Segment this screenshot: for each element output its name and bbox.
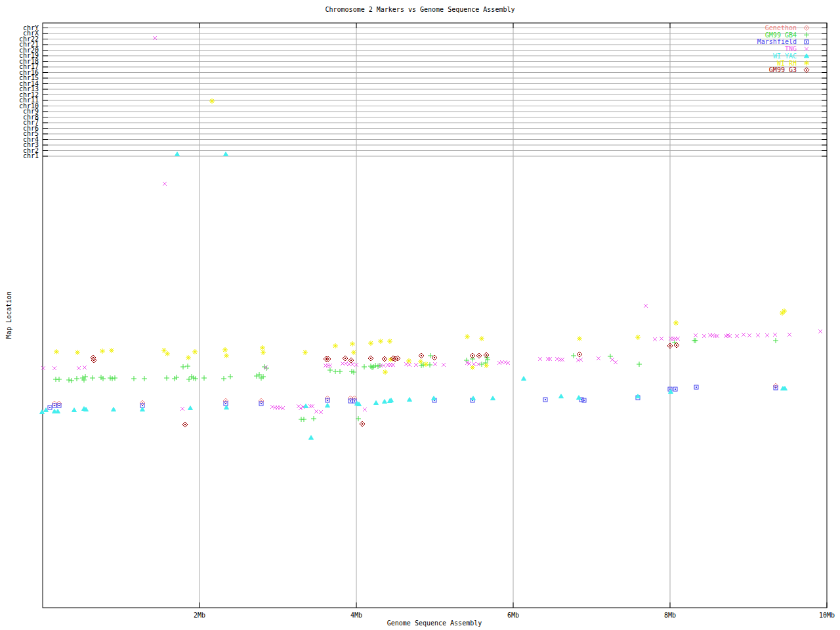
data-point [54, 405, 55, 406]
data-point [472, 355, 473, 356]
chart-canvas: Chromosome 2 Markers vs Genome Sequence … [0, 0, 840, 630]
data-point [397, 358, 398, 359]
data-point [112, 408, 116, 411]
data-point [327, 400, 328, 401]
data-point [142, 405, 143, 406]
legend-label: Genethon [765, 24, 797, 32]
plot-area: chrYchrXchr22chr21chr20chr19chr18chr17ch… [0, 0, 840, 630]
data-point [354, 400, 355, 402]
plot-frame [43, 23, 827, 608]
data-point [522, 377, 526, 381]
data-point [188, 406, 193, 410]
data-point [583, 400, 585, 401]
x-tick-label: 6Mb [507, 612, 519, 619]
x-tick-label: 8Mb [664, 612, 676, 619]
data-point [93, 360, 94, 361]
legend-label: GM99 G3 [769, 66, 797, 74]
data-point [44, 408, 49, 412]
data-point [350, 400, 351, 402]
data-point [58, 405, 60, 406]
data-point [486, 354, 487, 356]
data-point [669, 345, 671, 346]
legend-label: TNG [785, 45, 797, 52]
data-point [261, 403, 262, 404]
data-point [184, 424, 186, 425]
data-point [370, 358, 371, 359]
data-point [374, 401, 379, 405]
data-point [350, 360, 352, 361]
x-tick-label: 4Mb [350, 612, 362, 619]
data-point [408, 398, 412, 402]
data-point [224, 152, 228, 156]
data-point [383, 400, 387, 404]
data-point [491, 396, 495, 400]
legend-marker [806, 41, 807, 43]
data-point [384, 358, 385, 360]
data-point [345, 358, 346, 359]
legend-label: Marshfield [757, 38, 797, 45]
data-point [175, 152, 180, 156]
x-tick-label: 10Mb [819, 612, 835, 619]
data-point [309, 436, 314, 440]
data-point [362, 423, 363, 425]
data-point [676, 345, 677, 346]
data-point [675, 388, 676, 390]
data-point [775, 387, 776, 388]
data-point [326, 404, 330, 408]
data-point [225, 403, 226, 404]
legend-marker [806, 28, 807, 29]
data-point [478, 355, 480, 356]
data-point [72, 408, 77, 412]
data-point [56, 410, 60, 413]
legend-label: WI RH [777, 60, 797, 67]
legend-label: WI YAC [773, 52, 797, 60]
data-point [421, 355, 422, 356]
x-tick-label: 2Mb [194, 612, 205, 619]
data-point [49, 407, 51, 408]
data-point [434, 357, 435, 358]
data-point [327, 358, 329, 360]
data-point [579, 354, 580, 355]
legend-label: GM99 GB4 [765, 32, 797, 39]
data-point [545, 399, 546, 400]
data-point [559, 394, 564, 398]
data-point [696, 387, 697, 388]
chromosome-label: chr1 [23, 152, 39, 159]
legend-marker [806, 70, 807, 71]
